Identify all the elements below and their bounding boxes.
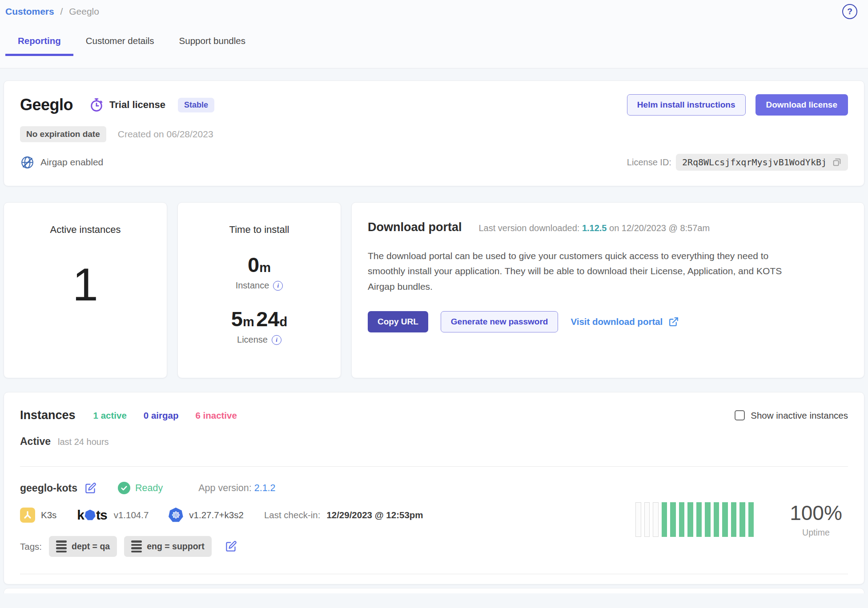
- tag-icon: [131, 540, 142, 552]
- channel-badge: Stable: [178, 98, 214, 112]
- airgap-status: Airgap enabled: [20, 155, 103, 170]
- globe-slash-icon: [20, 155, 35, 170]
- ready-status-label: Ready: [135, 483, 163, 494]
- license-id-chip[interactable]: 2Rq8WLcsjfxqrMysjvB1WodYkBj: [676, 154, 848, 171]
- active-section-title: Active: [20, 436, 51, 448]
- license-id-label: License ID:: [627, 157, 671, 168]
- last-checkin-label: Last check-in:: [264, 510, 320, 520]
- next-card-sliver: [4, 588, 864, 593]
- edit-tags-icon[interactable]: [225, 540, 237, 552]
- uptime-panel: 100% Uptime: [635, 501, 848, 538]
- copy-icon[interactable]: [832, 157, 842, 167]
- tag-chip: eng = support: [124, 536, 211, 557]
- uptime-bar: [687, 502, 693, 537]
- stats-row: Active instances 1 Time to install 0m In…: [4, 202, 864, 378]
- ready-check-icon: [118, 482, 130, 494]
- kubernetes-icon: ☸: [168, 508, 183, 523]
- uptime-bar: [653, 502, 659, 537]
- breadcrumb-separator: /: [60, 6, 63, 16]
- tag-value: eng = support: [147, 541, 204, 552]
- uptime-bar: [714, 502, 719, 537]
- instance-counts: 1 active 0 airgap 6 inactive: [93, 410, 237, 421]
- edit-instance-icon[interactable]: [84, 482, 96, 494]
- uptime-bar: [635, 502, 641, 537]
- created-date: Created on 06/28/2023: [118, 129, 213, 140]
- time-to-install-card: Time to install 0m Instance i 5m 24d Lic…: [177, 202, 341, 378]
- instances-title: Instances: [20, 408, 76, 422]
- license-id-value: 2Rq8WLcsjfxqrMysjvB1WodYkBj: [682, 157, 827, 168]
- timer-icon: [89, 97, 104, 112]
- app-version-link[interactable]: 2.1.2: [254, 483, 276, 493]
- helm-install-button[interactable]: Helm install instructions: [627, 94, 746, 116]
- copy-url-button[interactable]: Copy URL: [368, 311, 428, 332]
- download-license-button[interactable]: Download license: [755, 94, 848, 116]
- uptime-bar: [644, 502, 650, 537]
- help-icon[interactable]: ?: [842, 4, 857, 19]
- external-link-icon: [668, 316, 679, 328]
- instance-time-value: 0: [248, 253, 259, 276]
- customer-name: Geeglo: [20, 96, 73, 114]
- kots-logo-k: k: [77, 508, 84, 523]
- tab-bar: Reporting Customer details Support bundl…: [4, 36, 857, 56]
- uptime-bar: [739, 502, 745, 537]
- last-version-date: on 12/20/2023 @ 8:57am: [609, 223, 710, 233]
- uptime-label: Uptime: [785, 528, 847, 538]
- last-version-label: Last version downloaded:: [479, 223, 580, 233]
- download-portal-card: Download portal Last version downloaded:…: [351, 202, 864, 378]
- app-version: App version: 2.1.2: [198, 483, 275, 494]
- license-time-unit-1: m: [243, 315, 254, 329]
- uptime-bar: [731, 502, 737, 537]
- tag-value: dept = qa: [72, 541, 110, 552]
- count-airgap[interactable]: 0 airgap: [144, 410, 179, 421]
- uptime-bar: [696, 502, 702, 537]
- uptime-bar: [670, 502, 676, 537]
- expiration-badge: No expiration date: [20, 126, 106, 142]
- k8s-version: v1.27.7+k3s2: [189, 510, 244, 520]
- visit-portal-label: Visit download portal: [571, 316, 663, 327]
- app-version-label: App version:: [198, 483, 252, 493]
- license-install-time: 5m 24d: [231, 308, 287, 329]
- breadcrumb-link-customers[interactable]: Customers: [5, 6, 54, 16]
- kots-version: v1.104.7: [114, 510, 149, 520]
- kots-logo-o-icon: [84, 510, 96, 521]
- last-checkin: Last check-in: 12/29/2023 @ 12:53pm: [264, 510, 423, 520]
- show-inactive-label: Show inactive instances: [751, 410, 848, 421]
- tab-reporting[interactable]: Reporting: [5, 36, 73, 56]
- instance-name: geeglo-kots: [20, 482, 77, 494]
- tab-support-bundles[interactable]: Support bundles: [167, 36, 258, 56]
- tab-customer-details[interactable]: Customer details: [73, 36, 167, 56]
- show-inactive-checkbox[interactable]: [735, 410, 745, 420]
- instance-time-label: Instance: [236, 280, 269, 291]
- customer-reporting-page: Customers / Geeglo ? Reporting Customer …: [0, 0, 868, 608]
- last-version-link[interactable]: 1.12.5: [582, 223, 607, 233]
- download-portal-title: Download portal: [368, 220, 462, 234]
- airgap-label: Airgap enabled: [40, 157, 103, 168]
- distribution-label: K3s: [41, 510, 56, 520]
- license-time-value-2: 24: [256, 307, 279, 331]
- time-to-install-title: Time to install: [229, 224, 289, 236]
- topbar: Customers / Geeglo ? Reporting Customer …: [0, 0, 868, 68]
- k3s-icon: [20, 508, 35, 523]
- breadcrumb-current: Geeglo: [69, 6, 99, 16]
- kots-logo: kts: [77, 508, 107, 523]
- instance-status: Ready: [118, 482, 163, 494]
- count-active: 1 active: [93, 410, 127, 421]
- license-type: Trial license: [89, 97, 165, 112]
- uptime-percent: 100%: [785, 501, 847, 525]
- info-icon-license[interactable]: i: [272, 335, 281, 345]
- info-icon-instance[interactable]: i: [273, 281, 283, 291]
- uptime-bars: [635, 502, 754, 537]
- visit-portal-link[interactable]: Visit download portal: [571, 316, 679, 328]
- instance-time-unit: m: [259, 260, 271, 275]
- instance-row: geeglo-kots Ready: [20, 467, 848, 557]
- last-version-downloaded: Last version downloaded: 1.12.5 on 12/20…: [479, 223, 710, 233]
- uptime-bar: [705, 502, 711, 537]
- divider: [20, 574, 848, 574]
- generate-password-button[interactable]: Generate new password: [441, 311, 559, 332]
- count-inactive: 6 inactive: [195, 410, 237, 421]
- active-instances-value: 1: [72, 261, 98, 308]
- license-time-value-1: 5: [231, 307, 243, 331]
- uptime-bar: [679, 502, 685, 537]
- uptime-bar: [722, 502, 728, 537]
- active-instances-title: Active instances: [50, 224, 121, 236]
